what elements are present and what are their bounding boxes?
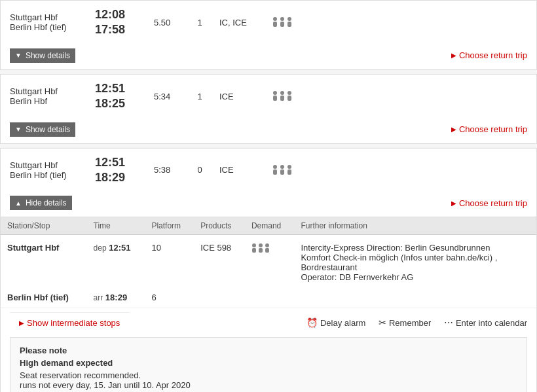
details-table: Station/Stop Time Platform Products Dema…	[1, 217, 536, 308]
occupancy-icon-3	[272, 164, 293, 177]
stop-further-2	[294, 287, 536, 308]
arrive-time-1: 17:58	[95, 22, 147, 37]
stop-product-2	[194, 287, 245, 308]
stop-product-1: ICE 598	[194, 235, 245, 288]
choose-return-3[interactable]: Choose return trip	[451, 198, 527, 208]
trip-actions-right: ⏰ Delay alarm ✂ Remember ⋯ Enter into ca…	[306, 317, 527, 328]
to-station-1: Berlin Hbf (tief)	[10, 22, 95, 32]
alarm-icon: ⏰	[306, 317, 318, 328]
notice-line-2: runs not every day, 15. Jan until 10. Ap…	[20, 380, 517, 390]
occupancy-icon-2	[272, 90, 293, 103]
svg-rect-11	[287, 96, 291, 101]
occupancy-icon-1	[272, 16, 293, 29]
trip-meta-3: 5:38 0 ICE	[147, 164, 527, 177]
table-header-row: Station/Stop Time Platform Products Dema…	[1, 217, 536, 235]
svg-rect-19	[252, 248, 256, 253]
toggle-arrow-1: ▼	[15, 52, 22, 59]
svg-point-22	[265, 243, 269, 247]
duration-2: 5:34	[154, 92, 180, 101]
station-info-1: Stuttgart Hbf Berlin Hbf (tief)	[10, 12, 95, 32]
choose-return-1[interactable]: Choose return trip	[451, 50, 527, 60]
trip-footer-3: ▲ Hide details Choose return trip	[1, 192, 536, 217]
trip-header-3: Stuttgart Hbf Berlin Hbf (tief) 12:51 18…	[1, 149, 536, 192]
svg-point-12	[273, 165, 277, 169]
station-info-3: Stuttgart Hbf Berlin Hbf (tief)	[10, 160, 95, 180]
train-type-3: ICE	[219, 165, 259, 175]
trip-meta-1: 5.50 1 IC, ICE	[147, 16, 527, 29]
stop-time-2: arr 18:29	[87, 287, 145, 308]
table-row: Berlin Hbf (tief) arr 18:29 6	[1, 287, 536, 308]
toggle-label-1: Show details	[26, 51, 70, 60]
duration-3: 5:38	[154, 165, 180, 175]
col-products: Products	[194, 217, 245, 235]
table-row: Stuttgart Hbf dep 12:51 10 ICE 598	[1, 235, 536, 288]
from-station-3: Stuttgart Hbf	[10, 160, 95, 170]
depart-time-3: 12:51	[95, 155, 147, 170]
stop-station-2: Berlin Hbf (tief)	[1, 287, 87, 308]
toggle-details-button-1[interactable]: ▼ Show details	[10, 48, 75, 63]
times-info-2: 12:51 18:25	[95, 81, 147, 112]
times-info-3: 12:51 18:29	[95, 155, 147, 186]
toggle-label-2: Show details	[26, 125, 70, 134]
stop-demand-1	[245, 235, 295, 288]
stop-station-1: Stuttgart Hbf	[1, 235, 87, 288]
trip-card-2: Stuttgart Hbf Berlin Hbf 12:51 18:25 5:3…	[0, 74, 537, 144]
col-demand: Demand	[245, 217, 295, 235]
delay-alarm-button[interactable]: ⏰ Delay alarm	[306, 317, 365, 328]
toggle-details-button-3[interactable]: ▲ Hide details	[10, 196, 72, 210]
svg-rect-1	[273, 22, 277, 27]
svg-rect-17	[287, 169, 291, 175]
svg-point-0	[273, 17, 277, 21]
svg-point-2	[280, 17, 284, 21]
train-type-2: ICE	[219, 92, 259, 101]
toggle-arrow-3: ▲	[15, 200, 22, 207]
svg-point-8	[280, 91, 284, 95]
toggle-label-3: Hide details	[26, 198, 67, 207]
trip-header-1: Stuttgart Hbf Berlin Hbf (tief) 12:08 17…	[1, 1, 536, 45]
toggle-arrow-2: ▼	[15, 126, 22, 133]
svg-rect-3	[280, 22, 284, 27]
trip-card-3: Stuttgart Hbf Berlin Hbf (tief) 12:51 18…	[0, 148, 537, 392]
trip-header-2: Stuttgart Hbf Berlin Hbf 12:51 18:25 5:3…	[1, 75, 536, 118]
col-station: Station/Stop	[1, 217, 87, 235]
col-time: Time	[87, 217, 145, 235]
col-platform: Platform	[145, 217, 194, 235]
svg-point-18	[252, 243, 256, 247]
svg-rect-9	[280, 96, 284, 101]
trip-footer-1: ▼ Show details Choose return trip	[1, 45, 536, 69]
show-intermediate-button[interactable]: Show intermediate stops	[10, 312, 129, 333]
train-type-1: IC, ICE	[219, 18, 259, 27]
svg-point-14	[280, 165, 284, 169]
depart-time-2: 12:51	[95, 81, 147, 96]
svg-point-6	[273, 91, 277, 95]
from-station-2: Stuttgart Hbf	[10, 86, 95, 96]
main-container: Stuttgart Hbf Berlin Hbf (tief) 12:08 17…	[0, 0, 537, 392]
notice-title: Please note	[20, 346, 517, 355]
intermediate-row: Show intermediate stops ⏰ Delay alarm ✂ …	[1, 308, 536, 337]
stop-platform-1: 10	[145, 235, 194, 288]
stop-further-1: Intercity-Express Direction: Berlin Gesu…	[294, 235, 536, 288]
toggle-details-button-2[interactable]: ▼ Show details	[10, 122, 75, 137]
col-further: Further information	[294, 217, 536, 235]
choose-return-2[interactable]: Choose return trip	[451, 124, 527, 134]
svg-point-16	[287, 165, 291, 169]
changes-1: 1	[193, 18, 206, 27]
stop-demand-2	[245, 287, 295, 308]
trip-meta-2: 5:34 1 ICE	[147, 90, 527, 103]
arrive-time-2: 18:25	[95, 96, 147, 111]
station-info-2: Stuttgart Hbf Berlin Hbf	[10, 86, 95, 106]
remember-button[interactable]: ✂ Remember	[379, 317, 431, 328]
notice-box: Please note High demand expected Seat re…	[10, 337, 527, 392]
svg-point-10	[287, 91, 291, 95]
svg-rect-23	[265, 248, 269, 253]
bookmark-icon: ✂	[379, 317, 386, 328]
svg-rect-7	[273, 96, 277, 101]
svg-rect-5	[287, 22, 291, 27]
notice-line-1: Seat reservation recommended.	[20, 370, 517, 380]
notice-subtitle: High demand expected	[20, 358, 517, 368]
duration-1: 5.50	[154, 18, 180, 27]
to-station-3: Berlin Hbf (tief)	[10, 170, 95, 180]
calendar-icon: ⋯	[444, 317, 453, 328]
calendar-button[interactable]: ⋯ Enter into calendar	[444, 317, 527, 328]
svg-rect-13	[273, 169, 277, 175]
